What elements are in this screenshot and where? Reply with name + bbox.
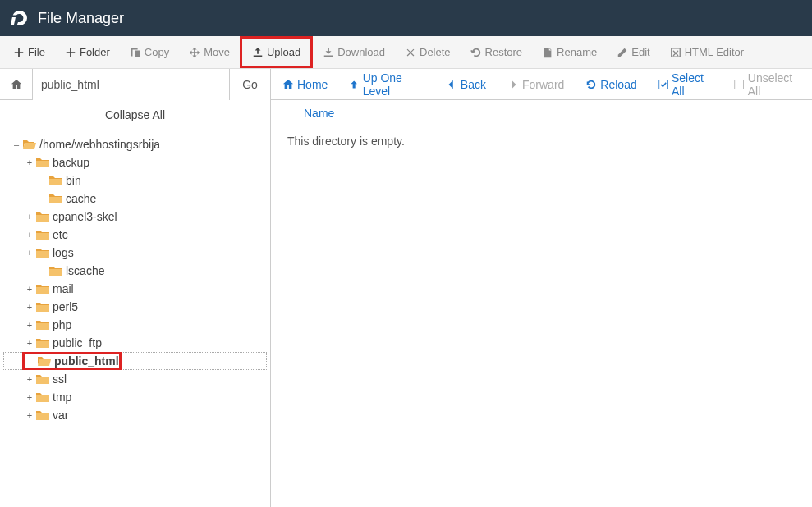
- expander-icon[interactable]: +: [25, 374, 34, 384]
- download-icon: [323, 47, 334, 58]
- expander-icon[interactable]: +: [25, 230, 34, 240]
- tree-item-ssl[interactable]: +ssl: [3, 370, 267, 388]
- htmleditor-button[interactable]: HTML Editor: [660, 36, 754, 68]
- folder-icon: [49, 193, 62, 204]
- toolbar-label: Upload: [267, 46, 300, 58]
- tree-label: etc: [53, 228, 68, 241]
- folder-icon: [36, 211, 49, 222]
- toolbar: FileFolderCopyMoveUploadDownloadDeleteRe…: [0, 36, 812, 69]
- tree-label: cache: [66, 192, 96, 205]
- delete-button[interactable]: Delete: [395, 36, 461, 68]
- svg-rect-0: [658, 80, 667, 89]
- upload-button[interactable]: Upload: [240, 36, 313, 68]
- toolbar-label: Delete: [420, 46, 451, 58]
- folder-tree: –/home/webhostingsrbija+backupbincache+c…: [0, 130, 270, 429]
- nav-unselectall-button: Unselect All: [734, 71, 801, 98]
- toolbar-label: Edit: [631, 46, 649, 58]
- file-button[interactable]: File: [3, 36, 55, 68]
- svg-rect-1: [735, 80, 744, 89]
- expander-icon[interactable]: +: [25, 158, 34, 167]
- toolbar-label: File: [28, 46, 45, 58]
- folder-icon: [38, 355, 51, 367]
- copy-icon: [130, 47, 141, 58]
- pencil-icon: [617, 47, 628, 58]
- file-icon: [542, 47, 553, 58]
- check-icon: [658, 79, 668, 90]
- folder-icon: [49, 175, 62, 186]
- nav-label: Select All: [672, 71, 713, 98]
- empty-directory-message: This directory is empty.: [271, 126, 812, 156]
- column-header-name[interactable]: Name: [271, 100, 812, 126]
- expander-icon[interactable]: +: [25, 410, 34, 420]
- folder-icon: [36, 301, 49, 313]
- tree-item-logs[interactable]: +logs: [3, 244, 267, 262]
- expander-icon[interactable]: +: [25, 320, 34, 330]
- toolbar-label: Folder: [80, 46, 110, 58]
- tree-label: public_ftp: [53, 336, 102, 349]
- tree-item-tmp[interactable]: +tmp: [3, 388, 267, 406]
- plus-icon: [13, 47, 25, 58]
- tree-item-lscache[interactable]: lscache: [3, 262, 267, 280]
- toolbar-label: Move: [204, 46, 230, 58]
- sidebar: Go Collapse All –/home/webhostingsrbija+…: [0, 69, 271, 507]
- home-icon-button[interactable]: [0, 69, 33, 100]
- nav-selectall-button[interactable]: Select All: [658, 71, 713, 98]
- tree-label: mail: [53, 282, 74, 295]
- tree-item-perl5[interactable]: +perl5: [3, 298, 267, 316]
- tree-item-backup[interactable]: +backup: [3, 153, 267, 171]
- nav-label: Home: [297, 78, 328, 91]
- tree-item-var[interactable]: +var: [3, 406, 267, 424]
- expander-icon[interactable]: +: [25, 284, 34, 294]
- path-input[interactable]: [33, 69, 229, 100]
- expander-icon[interactable]: +: [25, 338, 34, 348]
- tree-item-php[interactable]: +php: [3, 316, 267, 334]
- tree-item-roothomerootwebhostingsrbija[interactable]: –/home/webhostingsrbija: [3, 135, 267, 153]
- up-icon: [349, 79, 359, 90]
- expander-icon[interactable]: +: [25, 392, 34, 402]
- toolbar-label: Copy: [145, 46, 169, 58]
- move-button[interactable]: Move: [179, 36, 240, 68]
- tree-label: /home/webhostingsrbija: [39, 138, 160, 151]
- path-row: Go: [0, 69, 270, 100]
- cpanel-logo-icon: [10, 8, 30, 28]
- tree-label: cpanel3-skel: [53, 210, 117, 223]
- rename-button[interactable]: Rename: [532, 36, 607, 68]
- tree-item-public_html[interactable]: public_html: [3, 352, 267, 370]
- folder-icon: [23, 139, 36, 150]
- tree-label: var: [53, 409, 68, 422]
- nav-back-button[interactable]: Back: [446, 78, 486, 91]
- tree-label: backup: [53, 156, 89, 169]
- expander-icon[interactable]: –: [11, 139, 21, 149]
- tree-item-mail[interactable]: +mail: [3, 280, 267, 298]
- expander-icon[interactable]: +: [25, 302, 34, 312]
- download-button[interactable]: Download: [313, 36, 395, 68]
- tree-item-etc[interactable]: +etc: [3, 226, 267, 244]
- nav-row: HomeUp One LevelBackForwardReloadSelect …: [271, 69, 812, 100]
- tree-label: public_html: [54, 354, 119, 368]
- nav-reload-button[interactable]: Reload: [585, 78, 636, 91]
- nav-label: Forward: [522, 78, 564, 91]
- house-icon: [282, 79, 294, 90]
- tree-label: ssl: [53, 372, 67, 386]
- expander-icon[interactable]: +: [25, 212, 34, 222]
- copy-button[interactable]: Copy: [120, 36, 179, 68]
- plus-icon: [65, 47, 76, 58]
- tree-item-cache[interactable]: cache: [3, 190, 267, 208]
- collapse-all-button[interactable]: Collapse All: [0, 100, 270, 130]
- undo-icon: [470, 47, 482, 58]
- go-button[interactable]: Go: [229, 69, 270, 100]
- toolbar-label: Download: [337, 46, 385, 58]
- tree-item-cpanel3-skel[interactable]: +cpanel3-skel: [3, 208, 267, 226]
- folder-icon: [36, 247, 49, 258]
- edit-button[interactable]: Edit: [607, 36, 659, 68]
- folder-button[interactable]: Folder: [55, 36, 120, 68]
- folder-icon: [49, 265, 62, 276]
- folder-icon: [36, 409, 49, 421]
- folder-icon: [36, 283, 49, 295]
- nav-home-button[interactable]: Home: [282, 78, 328, 91]
- restore-button[interactable]: Restore: [461, 36, 533, 68]
- tree-item-public_ftp[interactable]: +public_ftp: [3, 334, 267, 352]
- tree-item-bin[interactable]: bin: [3, 171, 267, 190]
- nav-up-button[interactable]: Up One Level: [349, 71, 424, 98]
- expander-icon[interactable]: +: [25, 248, 34, 258]
